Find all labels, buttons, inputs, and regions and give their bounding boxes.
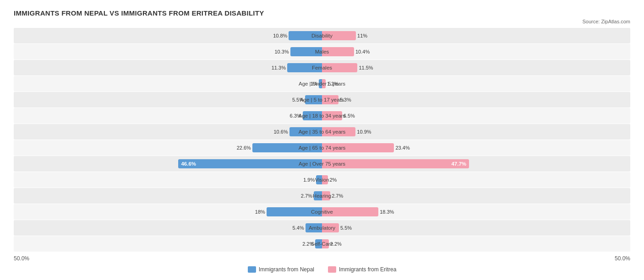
bar-value-right: 6.5% bbox=[344, 113, 355, 118]
bar-value-right: 18.3% bbox=[380, 209, 394, 215]
bar-value-left: 2.7% bbox=[301, 193, 312, 199]
chart-row: 10.3%Males10.4% bbox=[14, 44, 630, 59]
bar-value-left: 2.2% bbox=[302, 241, 314, 247]
axis-row: 50.0% 50.0% bbox=[14, 255, 630, 262]
bar-value-right: 10.9% bbox=[357, 129, 371, 135]
bar-value-right: 1.2% bbox=[327, 81, 338, 86]
bar-value-left: 5.4% bbox=[293, 225, 304, 231]
axis-right: 50.0% bbox=[615, 255, 630, 262]
bar-value-left: 10.8% bbox=[273, 33, 287, 38]
bar-value-right: 2.7% bbox=[332, 193, 343, 199]
bar-value-left: 1% bbox=[310, 81, 317, 86]
bar-value-right: 11% bbox=[357, 33, 367, 38]
bar-value-left: 46.6% bbox=[181, 161, 196, 167]
bar-value-right: 47.7% bbox=[451, 161, 466, 167]
legend-nepal-label: Immigrants from Nepal bbox=[259, 266, 314, 273]
legend-nepal: Immigrants from Nepal bbox=[248, 266, 314, 273]
bar-value-left: 22.6% bbox=[237, 145, 251, 151]
source-label: Source: ZipAtlas.com bbox=[14, 19, 630, 24]
chart-row: 5.4%Ambulatory5.5% bbox=[14, 220, 630, 236]
axis-left: 50.0% bbox=[14, 255, 29, 262]
chart-row: 2.2%Self-Care2.2% bbox=[14, 236, 630, 252]
bar-value-left: 11.3% bbox=[272, 65, 286, 70]
chart-row: 10.8%Disability11% bbox=[14, 28, 630, 43]
chart-row: 5.5%Age | 5 to 17 years5.3% bbox=[14, 92, 630, 108]
bar-value-left: 18% bbox=[255, 209, 265, 215]
chart-area: 10.8%Disability11%10.3%Males10.4%11.3%Fe… bbox=[14, 28, 630, 252]
bar-value-right: 2% bbox=[329, 177, 337, 183]
chart-row: 46.6%Age | Over 75 years47.7% bbox=[14, 156, 630, 172]
bar-value-right: 11.5% bbox=[359, 65, 373, 70]
bar-value-left: 1.9% bbox=[303, 177, 315, 183]
chart-row: 2.7%Hearing2.7% bbox=[14, 188, 630, 204]
chart-title: IMMIGRANTS FROM NEPAL VS IMMIGRANTS FROM… bbox=[14, 9, 630, 17]
bar-value-left: 5.5% bbox=[292, 97, 304, 102]
legend-eritrea: Immigrants from Eritrea bbox=[328, 266, 396, 273]
legend-eritrea-box bbox=[328, 266, 336, 273]
bar-value-left: 10.6% bbox=[273, 129, 288, 135]
chart-row: 1.9%Vision2% bbox=[14, 172, 630, 188]
bar-value-right: 10.4% bbox=[355, 49, 370, 54]
chart-row: 6.3%Age | 18 to 34 years6.5% bbox=[14, 108, 630, 124]
chart-row: 11.3%Females11.5% bbox=[14, 60, 630, 75]
bar-value-left: 10.3% bbox=[274, 49, 289, 54]
bar-value-right: 23.4% bbox=[395, 145, 409, 151]
bar-value-right: 5.5% bbox=[340, 225, 352, 231]
chart-row: 18%Cognitive18.3% bbox=[14, 204, 630, 220]
bar-value-left: 6.3% bbox=[290, 113, 301, 118]
chart-row: 1%Age | Under 5 years1.2% bbox=[14, 76, 630, 92]
legend-eritrea-label: Immigrants from Eritrea bbox=[339, 266, 396, 273]
bar-value-right: 2.2% bbox=[330, 241, 342, 247]
chart-row: 22.6%Age | 65 to 74 years23.4% bbox=[14, 140, 630, 156]
legend: Immigrants from Nepal Immigrants from Er… bbox=[14, 266, 630, 273]
bar-value-right: 5.3% bbox=[340, 97, 351, 102]
chart-row: 10.6%Age | 35 to 64 years10.9% bbox=[14, 124, 630, 140]
legend-nepal-box bbox=[248, 266, 256, 273]
